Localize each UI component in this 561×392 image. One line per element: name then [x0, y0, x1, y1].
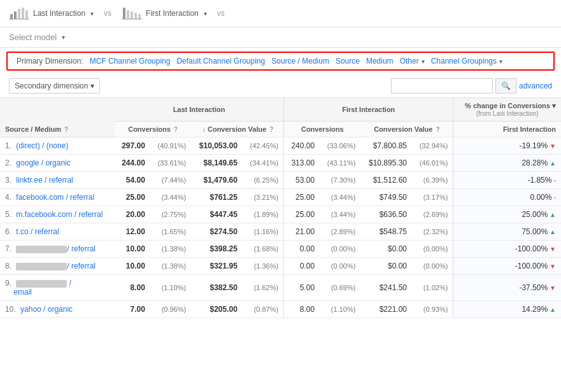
search-input[interactable] [391, 78, 493, 94]
source-cell[interactable]: 5. m.facebook.com / referral [0, 206, 115, 223]
blurred-source [16, 246, 67, 253]
source-cell[interactable]: 7. / referral [0, 241, 115, 258]
svg-rect-6 [123, 8, 125, 19]
row-num: 7. [5, 244, 11, 253]
li-val-cell: $10,053.00 [191, 137, 243, 155]
search-button[interactable]: 🔍 [495, 78, 516, 94]
svg-rect-2 [18, 9, 20, 19]
first-interaction-icon [122, 6, 142, 20]
source-link[interactable]: linktr.ee / referral [16, 176, 73, 185]
fi-val-cell: $636.50 [360, 206, 412, 223]
secondary-dimension-button[interactable]: Secondary dimension ▾ [9, 78, 100, 94]
li-val-cell: $447.45 [191, 206, 243, 223]
fi-val-cell: $749.50 [360, 189, 412, 206]
down-arrow: ▼ [550, 143, 556, 150]
source-link[interactable]: (direct) / (none) [16, 141, 68, 150]
fi-val-pct-cell: (1.02%) [412, 275, 453, 301]
dim-link-source[interactable]: Source [336, 57, 360, 66]
source-link[interactable]: google / organic [16, 158, 70, 167]
svg-rect-10 [138, 14, 141, 19]
source-cell[interactable]: 3. linktr.ee / referral [0, 172, 115, 189]
fi-conv-pct-cell: (0.00%) [320, 241, 360, 258]
fi-conv-cell: 5.00 [284, 275, 320, 301]
fi-conv-pct-cell: (3.44%) [320, 206, 360, 223]
pct-change-group-header[interactable]: % change in Conversions ▾ (from Last Int… [453, 98, 561, 122]
pct-change-cell: 28.28% ▲ [453, 155, 561, 172]
table-row: 3. linktr.ee / referral 54.00 (7.44%) $1… [0, 172, 561, 189]
source-medium-header: Source / Medium ? [0, 98, 115, 137]
data-table-wrapper: Source / Medium ? Last Interaction First… [0, 98, 561, 318]
fi-conv-pct-cell: (43.11%) [320, 155, 360, 172]
source-link[interactable]: facebook.com / referral [16, 193, 94, 202]
dim-link-source-medium[interactable]: Source / Medium [271, 57, 329, 66]
fi-conversions-header[interactable]: Conversions [284, 122, 361, 137]
dim-link-medium[interactable]: Medium [366, 57, 394, 66]
pct-change-header-content: % change in Conversions ▾ [458, 102, 556, 110]
source-link[interactable]: m.facebook.com / referral [16, 210, 103, 219]
fi-conv-value-header[interactable]: Conversion Value ? [360, 122, 453, 137]
source-cell[interactable]: 2. google / organic [0, 155, 115, 172]
pct-change-cell: -37.50% ▼ [453, 275, 561, 301]
source-cell[interactable]: 1. (direct) / (none) [0, 137, 115, 155]
fi-conv-pct-cell: (0.00%) [320, 258, 360, 275]
source-cell[interactable]: 6. t.co / referral [0, 223, 115, 241]
search-box: 🔍 advanced [391, 78, 552, 94]
vs-label-2: vs [215, 9, 227, 18]
table-row: 1. (direct) / (none) 297.00 (40.91%) $10… [0, 137, 561, 155]
li-val-cell: $205.00 [191, 301, 243, 318]
dim-other-dropdown[interactable]: Other ▾ [400, 57, 425, 66]
dim-channel-groupings-dropdown[interactable]: Channel Groupings ▾ [431, 57, 502, 66]
source-cell[interactable]: 8. / referral [0, 258, 115, 275]
fi-val-pct-cell: (46.01%) [412, 155, 453, 172]
table-row: 4. facebook.com / referral 25.00 (3.44%)… [0, 189, 561, 206]
source-link[interactable]: / referral [16, 244, 96, 253]
source-cell[interactable]: 4. facebook.com / referral [0, 189, 115, 206]
li-val-pct-cell: (1.89%) [243, 206, 284, 223]
fi-val-pct-cell: (0.93%) [412, 301, 453, 318]
row-num: 9. [5, 279, 11, 288]
source-link[interactable]: / referral [16, 262, 96, 270]
model1-selector[interactable]: Last Interaction ▾ [9, 6, 94, 20]
fi-conv-cell: 25.00 [284, 189, 320, 206]
source-cell[interactable]: 9. / email [0, 275, 115, 301]
last-interaction-icon [9, 6, 29, 20]
dim-link-mcf[interactable]: MCF Channel Grouping [90, 57, 171, 66]
li-conv-pct-cell: (1.38%) [150, 241, 191, 258]
pct-change-cell: -19.19% ▼ [453, 137, 561, 155]
change-value: -19.19% [519, 141, 548, 150]
svg-rect-7 [127, 10, 129, 19]
li-val-cell: $761.25 [191, 189, 243, 206]
secondary-dim-label: Secondary dimension [15, 81, 88, 90]
row-num: 2. [5, 158, 11, 167]
fi-val-cell: $221.00 [360, 301, 412, 318]
li-val-pct-cell: (1.36%) [243, 258, 284, 275]
advanced-link[interactable]: advanced [519, 81, 552, 90]
fi-val-pct-cell: (2.69%) [412, 206, 453, 223]
table-row: 10. yahoo / organic 7.00 (0.96%) $205.00… [0, 301, 561, 318]
fi-val-pct-cell: (6.39%) [412, 172, 453, 189]
select-model-row[interactable]: Select model ▾ [0, 27, 561, 48]
svg-rect-0 [10, 14, 13, 19]
li-conv-pct-cell: (3.44%) [150, 189, 191, 206]
row-num: 8. [5, 262, 11, 270]
li-conv-cell: 20.00 [115, 206, 150, 223]
source-link[interactable]: / [16, 279, 71, 288]
dim-link-other[interactable]: Other [400, 57, 419, 66]
fi-change-subheader: First Interaction [453, 122, 561, 137]
up-arrow: ▲ [550, 228, 556, 235]
blurred-source [16, 280, 67, 288]
svg-rect-9 [134, 13, 137, 19]
source-link[interactable]: yahoo / organic [20, 305, 73, 314]
fi-conv-cell: 25.00 [284, 206, 320, 223]
dim-link-default[interactable]: Default Channel Grouping [176, 57, 265, 66]
pct-change-cell: -100.00% ▼ [453, 258, 561, 275]
source-cell[interactable]: 10. yahoo / organic [0, 301, 115, 318]
li-val-cell: $8,149.65 [191, 155, 243, 172]
source-link[interactable]: t.co / referral [16, 227, 59, 236]
dim-link-channel-groupings[interactable]: Channel Groupings [431, 57, 497, 66]
li-conv-cell: 8.00 [115, 275, 150, 301]
li-conversions-header[interactable]: Conversions ? [115, 122, 191, 137]
li-conv-value-header[interactable]: ↓ Conversion Value ? [191, 122, 283, 137]
fi-conv-cell: 0.00 [284, 258, 320, 275]
model2-selector[interactable]: First Interaction ▾ [122, 6, 207, 20]
